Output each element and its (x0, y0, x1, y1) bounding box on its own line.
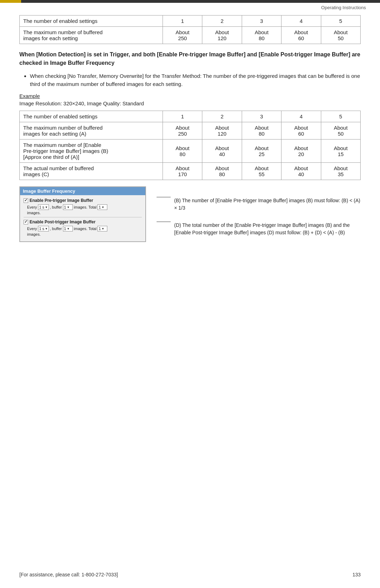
table-cell: 4 (281, 16, 321, 27)
dark-accent-bar (21, 0, 380, 3)
table-cell: About50 (321, 122, 360, 140)
pretrigger-label: Enable Pre-trigger Image Buffer (30, 198, 93, 203)
table-row: The number of enabled settings 1 2 3 4 5 (20, 111, 361, 122)
example-label: Example (19, 93, 361, 99)
table-cell: 5 (321, 16, 360, 27)
table-cell: The maximum number of buffered images fo… (20, 27, 163, 44)
example-text: Image Resolution: 320×240, Image Quality… (19, 100, 361, 106)
top-decorative-bar (0, 0, 380, 3)
table-cell: 2 (202, 16, 242, 27)
annotation-area: (B) The number of [Enable Pre-trigger Im… (157, 186, 361, 236)
table-2: The number of enabled settings 1 2 3 4 5… (19, 111, 361, 180)
table-cell: About55 (242, 163, 281, 180)
annotation-line-2 (157, 222, 171, 222)
panel-divider (24, 217, 142, 217)
table-cell: 5 (321, 111, 360, 122)
pretrigger-checkbox-row: Enable Pre-trigger Image Buffer (24, 198, 142, 203)
panel-title: Image Buffer Frequency (20, 187, 145, 195)
table-cell: About 50 (321, 27, 360, 44)
table-cell: About170 (163, 163, 202, 180)
table-cell: About15 (321, 140, 360, 163)
table-cell: About 120 (202, 27, 242, 44)
table-1: The number of enabled settings 1 2 3 4 5… (19, 15, 361, 44)
table-cell: 2 (202, 111, 242, 122)
header-text: Operating Instructions (321, 5, 366, 10)
table-cell: The maximum number of buffered images fo… (20, 122, 163, 140)
table-cell: About40 (202, 140, 242, 163)
posttrigger-interval-select[interactable]: 1 s ▼ (38, 226, 49, 231)
table-cell: The number of enabled settings (20, 111, 163, 122)
annotation-1: (B) The number of [Enable Pre-trigger Im… (157, 197, 361, 212)
posttrigger-section: Enable Post-trigger Image Buffer Every 1… (24, 219, 142, 236)
table-cell: 3 (242, 111, 281, 122)
main-content: The number of enabled settings 1 2 3 4 5… (0, 12, 380, 263)
posttrigger-checkbox[interactable] (24, 220, 28, 224)
table-cell: About25 (242, 140, 281, 163)
table-cell: About250 (163, 122, 202, 140)
every-label-2: Every (27, 227, 37, 231)
list-item: When checking [No Transfer, Memory Overw… (30, 72, 361, 88)
table-cell: 4 (281, 111, 321, 122)
table-row: The number of enabled settings 1 2 3 4 5 (20, 16, 361, 27)
every-label: Every (27, 205, 37, 209)
pretrigger-checkbox[interactable] (24, 198, 28, 203)
table-cell: About80 (163, 140, 202, 163)
table-cell: About35 (321, 163, 360, 180)
table-cell: 3 (242, 16, 281, 27)
posttrigger-config-row: Every 1 s ▼ , buffer 1 ▼ images. Total 1… (27, 226, 142, 231)
table-row: The maximum number of buffered images fo… (20, 122, 361, 140)
table-cell: About20 (281, 140, 321, 163)
panel-body: Enable Pre-trigger Image Buffer Every 1 … (20, 195, 145, 241)
posttrigger-checkbox-row: Enable Post-trigger Image Buffer (24, 219, 142, 224)
table-cell: 1 (163, 111, 202, 122)
annotation-2: (D) The total number of the [Enable Pre-… (157, 222, 361, 236)
pretrigger-interval-select[interactable]: 1 s ▼ (38, 204, 49, 210)
table-cell: The number of enabled settings (20, 16, 163, 27)
annotation-text-1: (B) The number of [Enable Pre-trigger Im… (174, 197, 361, 212)
table-cell: About120 (202, 122, 242, 140)
table-cell: About 80 (242, 27, 281, 44)
annotation-text-2: (D) The total number of the [Enable Pre-… (174, 222, 361, 236)
table-cell: About80 (202, 163, 242, 180)
page-footer: [For assistance, please call: 1-800-272-… (0, 572, 380, 577)
table-cell: 1 (163, 16, 202, 27)
pretrigger-config-row: Every 1 s ▼ , buffer 1 ▼ images. Total 1… (27, 204, 142, 210)
posttrigger-label: Enable Post-trigger Image Buffer (30, 219, 95, 224)
table-cell: The maximum number of [Enable Pre-trigge… (20, 140, 163, 163)
bullet-list: When checking [No Transfer, Memory Overw… (30, 72, 361, 88)
pretrigger-total-select[interactable]: 1 ▼ (97, 204, 107, 210)
table-cell: About80 (242, 122, 281, 140)
ui-mockup-area: Image Buffer Frequency Enable Pre-trigge… (19, 186, 361, 242)
posttrigger-buffer-select[interactable]: 1 ▼ (63, 226, 73, 231)
footer-assistance: [For assistance, please call: 1-800-272-… (19, 572, 118, 577)
horizontal-line-2 (157, 222, 171, 222)
table-cell: About40 (281, 163, 321, 180)
table-row: The actual number of buffered images (C)… (20, 163, 361, 180)
pretrigger-images-text: images. (27, 211, 142, 215)
table-cell: About 250 (163, 27, 202, 44)
table-cell: The actual number of buffered images (C) (20, 163, 163, 180)
page-header: Operating Instructions (0, 3, 380, 12)
gold-accent-bar (0, 0, 21, 3)
horizontal-line (157, 197, 171, 197)
table-cell: About 60 (281, 27, 321, 44)
image-buffer-frequency-panel: Image Buffer Frequency Enable Pre-trigge… (19, 186, 146, 242)
pretrigger-section: Enable Pre-trigger Image Buffer Every 1 … (24, 198, 142, 215)
table-cell: About60 (281, 122, 321, 140)
section-heading: When [Motion Detection] is set in Trigge… (19, 50, 361, 67)
pretrigger-buffer-select[interactable]: 1 ▼ (63, 204, 73, 210)
table-row: The maximum number of [Enable Pre-trigge… (20, 140, 361, 163)
posttrigger-total-select[interactable]: 1 ▼ (97, 226, 107, 231)
posttrigger-images-text: images. (27, 232, 142, 236)
footer-page-number: 133 (353, 572, 361, 577)
annotation-line-1 (157, 197, 171, 197)
table-row: The maximum number of buffered images fo… (20, 27, 361, 44)
